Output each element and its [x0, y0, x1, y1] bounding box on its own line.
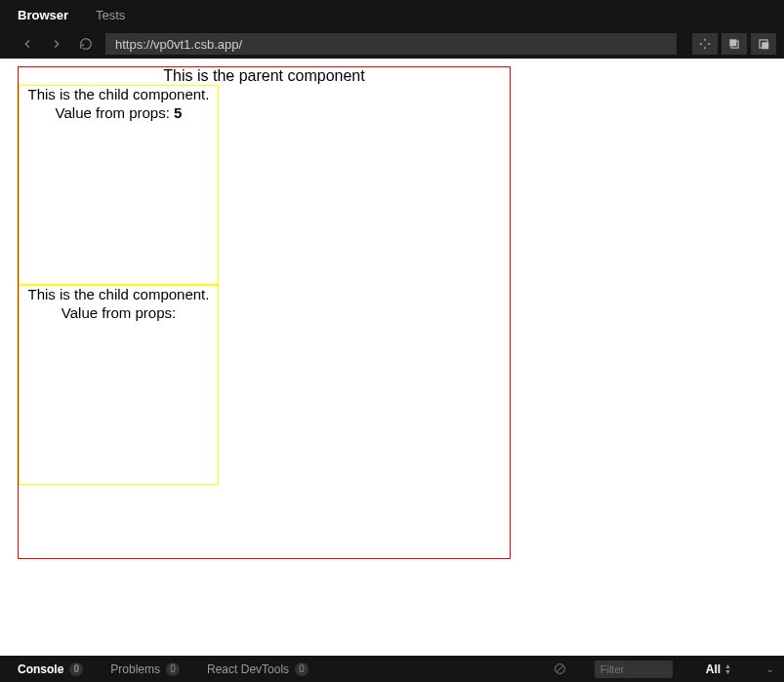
console-tab[interactable]: Console 0 — [18, 662, 83, 676]
problems-count-badge: 0 — [166, 662, 180, 676]
forward-icon[interactable] — [47, 34, 66, 54]
back-icon[interactable] — [18, 34, 37, 54]
url-input[interactable] — [105, 33, 677, 55]
updown-icon: ▲▼ — [724, 663, 731, 675]
svg-rect-1 — [729, 39, 736, 46]
nav-row — [0, 29, 784, 59]
react-devtools-tab[interactable]: React DevTools 0 — [207, 662, 309, 676]
window-controls — [692, 33, 776, 55]
react-devtools-label: React DevTools — [207, 662, 289, 676]
child2-label: This is the child component. — [28, 286, 210, 304]
svg-rect-3 — [762, 42, 768, 49]
reload-icon[interactable] — [76, 34, 96, 54]
child1-props-value: 5 — [174, 104, 182, 121]
child1-props-line: Value from props: 5 — [56, 104, 183, 123]
problems-tab[interactable]: Problems 0 — [110, 662, 180, 676]
parent-component-box: This is the parent component This is the… — [18, 66, 511, 559]
tab-browser[interactable]: Browser — [18, 8, 68, 22]
parent-title: This is the parent component — [19, 67, 510, 85]
tab-tests[interactable]: Tests — [96, 8, 125, 22]
chevron-down-icon[interactable]: ⌄ — [766, 664, 774, 674]
child-component-2: This is the child component. Value from … — [19, 285, 219, 485]
child2-props-line: Value from props: — [62, 304, 176, 323]
svg-line-5 — [557, 665, 563, 672]
child2-props-prefix: Value from props: — [62, 304, 176, 321]
clear-console-icon[interactable] — [554, 662, 567, 676]
log-level-label: All — [706, 662, 721, 676]
problems-label: Problems — [110, 662, 160, 676]
preview-content: This is the parent component This is the… — [0, 59, 784, 559]
open-window-icon[interactable] — [751, 33, 776, 55]
child1-label: This is the child component. — [28, 86, 210, 104]
child1-props-prefix: Value from props: — [56, 104, 174, 121]
react-devtools-count-badge: 0 — [295, 662, 309, 676]
move-icon[interactable] — [692, 33, 718, 55]
preview-pane: This is the parent component This is the… — [0, 59, 784, 644]
log-level-select[interactable]: All ▲▼ — [706, 662, 731, 676]
filter-input[interactable] — [595, 661, 673, 678]
copy-icon[interactable] — [722, 33, 747, 55]
child-component-1: This is the child component. Value from … — [19, 85, 219, 285]
tabs-row: Browser Tests — [0, 0, 784, 29]
console-count-badge: 0 — [69, 662, 83, 676]
top-bar: Browser Tests — [0, 0, 784, 59]
console-label: Console — [18, 662, 63, 676]
console-bar: Console 0 Problems 0 React DevTools 0 Al… — [0, 656, 784, 682]
